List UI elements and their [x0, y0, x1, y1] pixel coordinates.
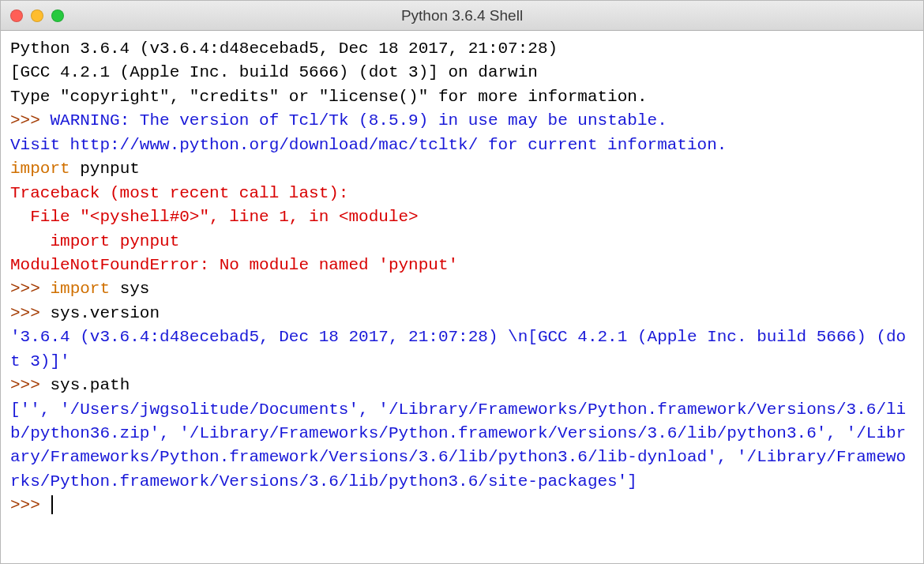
traceback-header: Traceback (most recent call last):	[10, 184, 348, 202]
input-sys-path: sys.path	[50, 376, 130, 394]
window-title: Python 3.6.4 Shell	[1, 7, 923, 24]
prompt: >>>	[10, 304, 50, 322]
banner-line-3: Type "copyright", "credits" or "license(…	[10, 88, 648, 106]
shell-content[interactable]: Python 3.6.4 (v3.6.4:d48ecebad5, Dec 18 …	[1, 31, 923, 563]
input-pynput: pynput	[70, 160, 140, 178]
titlebar[interactable]: Python 3.6.4 Shell	[1, 1, 923, 31]
prompt: >>>	[10, 111, 50, 130]
tcltk-warning: WARNING: The version of Tcl/Tk (8.5.9) i…	[10, 111, 727, 153]
prompt: >>>	[10, 376, 50, 394]
import-keyword: import	[50, 280, 110, 298]
input-sys: sys	[110, 280, 149, 298]
traceback-file: File "<pyshell#0>", line 1, in <module>	[10, 208, 419, 226]
prompt: >>>	[10, 496, 50, 514]
close-button[interactable]	[10, 9, 23, 22]
output-version: '3.6.4 (v3.6.4:d48ecebad5, Dec 18 2017, …	[10, 328, 906, 370]
window: Python 3.6.4 Shell Python 3.6.4 (v3.6.4:…	[0, 0, 924, 564]
traceback-code: import pynput	[10, 232, 179, 250]
minimize-button[interactable]	[31, 9, 43, 22]
input-sys-version: sys.version	[50, 304, 160, 322]
prompt: >>>	[10, 280, 50, 298]
banner-line-2: [GCC 4.2.1 (Apple Inc. build 5666) (dot …	[10, 63, 538, 81]
banner-line-1: Python 3.6.4 (v3.6.4:d48ecebad5, Dec 18 …	[10, 39, 568, 58]
traffic-lights	[10, 9, 64, 22]
import-keyword: import	[10, 160, 70, 178]
cursor	[51, 495, 53, 514]
traceback-error: ModuleNotFoundError: No module named 'py…	[10, 256, 458, 274]
maximize-button[interactable]	[51, 9, 64, 22]
output-path: ['', '/Users/jwgsolitude/Documents', '/L…	[10, 400, 906, 491]
